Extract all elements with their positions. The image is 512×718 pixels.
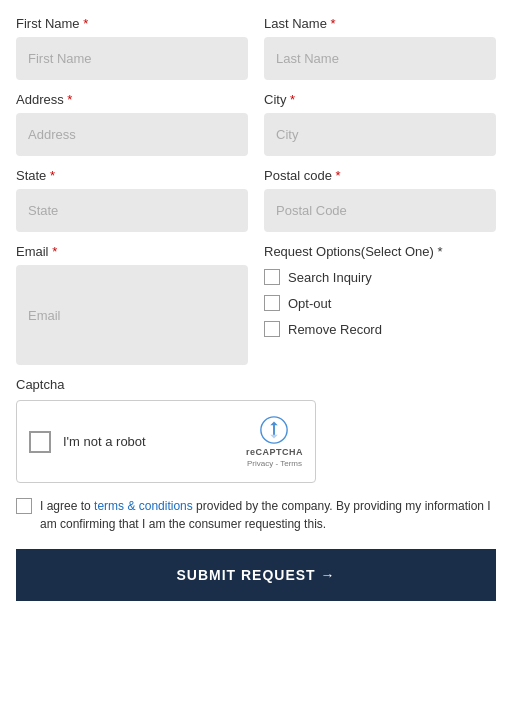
option-opt-out[interactable]: Opt-out: [264, 293, 496, 313]
postal-input[interactable]: [264, 189, 496, 232]
checkbox-remove-record[interactable]: [264, 321, 280, 337]
captcha-left: I'm not a robot: [29, 431, 146, 453]
address-label: Address *: [16, 92, 248, 107]
terms-row: I agree to terms & conditions provided b…: [16, 497, 496, 533]
captcha-checkbox[interactable]: [29, 431, 51, 453]
recaptcha-icon: [259, 415, 289, 445]
last-name-label: Last Name *: [264, 16, 496, 31]
city-group: City *: [264, 92, 496, 156]
city-label: City *: [264, 92, 496, 107]
state-group: State *: [16, 168, 248, 232]
captcha-text: I'm not a robot: [63, 434, 146, 449]
postal-group: Postal code *: [264, 168, 496, 232]
search-inquiry-label: Search Inquiry: [288, 270, 372, 285]
city-input[interactable]: [264, 113, 496, 156]
checkbox-opt-out[interactable]: [264, 295, 280, 311]
request-options-label: Request Options(Select One) *: [264, 244, 496, 259]
terms-text: I agree to terms & conditions provided b…: [40, 497, 496, 533]
state-input[interactable]: [16, 189, 248, 232]
option-search-inquiry[interactable]: Search Inquiry: [264, 267, 496, 287]
email-label: Email *: [16, 244, 248, 259]
email-group: Email *: [16, 244, 248, 365]
recaptcha-links: Privacy - Terms: [247, 459, 302, 468]
postal-label: Postal code *: [264, 168, 496, 183]
captcha-section: Captcha I'm not a robot reCAPTCHA Privac…: [16, 377, 496, 483]
state-label: State *: [16, 168, 248, 183]
terms-checkbox[interactable]: [16, 498, 32, 514]
submit-button[interactable]: SUBMIT REQUEST →: [16, 549, 496, 601]
first-name-label: First Name *: [16, 16, 248, 31]
opt-out-label: Opt-out: [288, 296, 331, 311]
option-remove-record[interactable]: Remove Record: [264, 319, 496, 339]
captcha-label: Captcha: [16, 377, 496, 392]
first-name-input[interactable]: [16, 37, 248, 80]
address-group: Address *: [16, 92, 248, 156]
last-name-input[interactable]: [264, 37, 496, 80]
email-input[interactable]: [16, 265, 248, 365]
last-name-group: Last Name *: [264, 16, 496, 80]
captcha-right: reCAPTCHA Privacy - Terms: [246, 415, 303, 468]
captcha-box[interactable]: I'm not a robot reCAPTCHA Privacy - Term…: [16, 400, 316, 483]
checkbox-search-inquiry[interactable]: [264, 269, 280, 285]
remove-record-label: Remove Record: [288, 322, 382, 337]
address-input[interactable]: [16, 113, 248, 156]
request-options-group: Request Options(Select One) * Search Inq…: [264, 244, 496, 339]
first-name-group: First Name *: [16, 16, 248, 80]
terms-link[interactable]: terms & conditions: [94, 499, 193, 513]
recaptcha-label: reCAPTCHA: [246, 447, 303, 457]
